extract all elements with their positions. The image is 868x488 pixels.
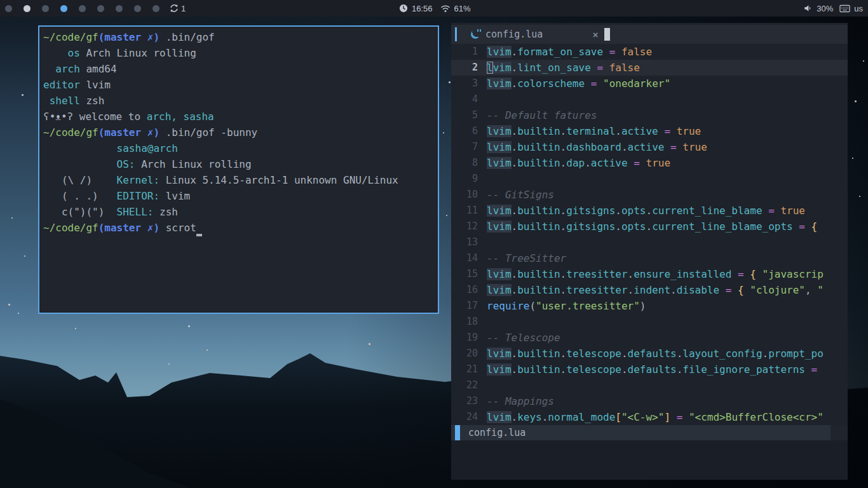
terminal-window[interactable]: ~/code/gf(master ✗) .bin/gof os Arch Lin… xyxy=(38,25,439,314)
clock-wifi-module[interactable]: 16:56 61% xyxy=(399,4,471,13)
code-text xyxy=(487,377,848,393)
code-text: lvim.keys.normal_mode["<C-w>"] = "<cmd>B… xyxy=(487,409,848,425)
code-text: lvim.builtin.dap.active = true xyxy=(487,155,848,171)
workspace-dot-inactive[interactable] xyxy=(42,5,49,12)
star xyxy=(188,325,190,327)
layout-count: 1 xyxy=(181,4,186,13)
wifi-percent: 61% xyxy=(454,4,471,13)
star xyxy=(369,343,370,345)
terminal-line: sasha@arch xyxy=(43,140,434,156)
code-line[interactable]: 9 xyxy=(451,171,848,187)
wifi-icon xyxy=(440,4,451,13)
code-text xyxy=(487,171,848,187)
code-line[interactable]: 20lvim.builtin.telescope.defaults.layout… xyxy=(451,346,848,362)
terminal-line: ʕ•ᴥ•ʔ welcome to arch, sasha xyxy=(43,109,434,125)
star xyxy=(863,60,864,62)
code-line[interactable]: 4 xyxy=(451,92,848,107)
lua-file-icon xyxy=(471,30,480,39)
code-line[interactable]: 5-- Default fatures xyxy=(451,107,848,123)
workspace-dots xyxy=(5,5,159,12)
code-line[interactable]: 8lvim.builtin.dap.active = true xyxy=(451,155,848,171)
terminal-line: OS: Arch Linux rolling xyxy=(43,156,434,172)
code-line[interactable]: 23-- Mappings xyxy=(451,393,848,409)
workspace-dot-inactive[interactable] xyxy=(5,5,12,12)
workspace-dot-occupied[interactable] xyxy=(24,5,31,12)
code-text: lvim.builtin.telescope.defaults.file_ign… xyxy=(487,362,848,377)
terminal-line: os Arch Linux rolling xyxy=(43,45,434,61)
code-line[interactable]: 6lvim.builtin.terminal.active = true xyxy=(451,123,848,139)
star xyxy=(22,94,24,96)
star xyxy=(18,313,19,314)
line-number: 15 xyxy=(451,266,487,282)
code-line[interactable]: 16lvim.builtin.treesitter.indent.disable… xyxy=(451,282,848,298)
code-line[interactable]: 21lvim.builtin.telescope.defaults.file_i… xyxy=(451,362,848,377)
star xyxy=(75,328,76,329)
code-line[interactable]: 7lvim.builtin.dashboard.active = true xyxy=(451,139,848,155)
line-number: 11 xyxy=(451,203,487,219)
line-number: 13 xyxy=(451,234,487,250)
keyboard-layout: us xyxy=(854,4,863,13)
status-bar: 1 16:56 61% 30% us xyxy=(0,0,868,17)
tab-close-icon[interactable]: × xyxy=(592,29,599,41)
code-text: lvim.builtin.dashboard.active = true xyxy=(487,139,848,155)
star xyxy=(449,81,451,83)
line-number: 5 xyxy=(451,107,487,123)
code-line[interactable]: 13 xyxy=(451,234,848,250)
code-line[interactable]: 10-- GitSigns xyxy=(451,187,848,203)
code-text: lvim.builtin.treesitter.indent.disable =… xyxy=(487,282,848,298)
code-line[interactable]: 19-- Telescope xyxy=(451,330,848,346)
sync-icon xyxy=(170,4,179,13)
code-line[interactable]: 14-- TreeSitter xyxy=(451,250,848,266)
terminal-line: ~/code/gf(master ✗) .bin/gof xyxy=(43,29,434,45)
line-number: 1 xyxy=(451,44,487,60)
code-line[interactable]: 11lvim.builtin.gitsigns.opts.current_lin… xyxy=(451,203,848,219)
code-line[interactable]: 24lvim.keys.normal_mode["<C-w>"] = "<cmd… xyxy=(451,409,848,425)
code-line[interactable]: 18 xyxy=(451,314,848,330)
star xyxy=(8,304,10,306)
statusline-mode-block xyxy=(455,425,460,440)
volume-percent: 30% xyxy=(817,4,833,13)
terminal-line: (\ /) Kernel: Linux 5.14.5-arch1-1 unkno… xyxy=(43,172,434,188)
line-number: 10 xyxy=(451,187,487,203)
line-number: 22 xyxy=(451,377,487,393)
volume-keyboard-module[interactable]: 30% us xyxy=(803,4,863,13)
star xyxy=(446,215,447,216)
workspace-dot-inactive[interactable] xyxy=(153,5,159,12)
layout-module[interactable]: 1 xyxy=(170,4,186,13)
workspace-dot-inactive[interactable] xyxy=(79,5,86,12)
code-line[interactable]: 17require("user.treesitter") xyxy=(451,298,848,314)
line-number: 24 xyxy=(451,409,487,425)
code-text xyxy=(487,92,848,107)
star xyxy=(207,349,208,351)
statusline-right-marks: __ xyxy=(831,425,848,440)
statusline[interactable]: config.lua __ xyxy=(451,425,848,440)
line-number: 21 xyxy=(451,362,487,377)
code-line-current[interactable]: 2lvim.lint_on_save = false xyxy=(451,60,848,76)
workspace-dot-focused[interactable] xyxy=(60,5,67,12)
code-text: -- GitSigns xyxy=(487,187,848,203)
volume-icon xyxy=(803,4,813,13)
code-text: -- Telescope xyxy=(487,330,848,346)
code-line[interactable]: 15lvim.builtin.treesitter.ensure_install… xyxy=(451,266,848,282)
line-number: 19 xyxy=(451,330,487,346)
code-line[interactable]: 1lvim.format_on_save = false xyxy=(451,44,848,60)
workspace-dot-inactive[interactable] xyxy=(97,5,104,12)
code-text: lvim.lint_on_save = false xyxy=(487,60,848,76)
code-text: lvim.builtin.gitsigns.opts.current_line_… xyxy=(487,219,848,234)
code-line[interactable]: 12lvim.builtin.gitsigns.opts.current_lin… xyxy=(451,219,848,234)
workspace-dot-inactive[interactable] xyxy=(116,5,123,12)
editor-window[interactable]: config.lua × 1lvim.format_on_save = fals… xyxy=(451,23,848,480)
code-line[interactable]: 22 xyxy=(451,377,848,393)
line-number: 17 xyxy=(451,298,487,314)
star xyxy=(855,100,857,102)
tab-filename[interactable]: config.lua xyxy=(485,29,543,40)
code-text: lvim.builtin.treesitter.ensure_installed… xyxy=(487,266,848,282)
code-text xyxy=(487,314,848,330)
code-line[interactable]: 3lvim.colorscheme = "onedarker" xyxy=(451,76,848,92)
workspace-dot-inactive[interactable] xyxy=(134,5,141,12)
terminal-line: ~/code/gf(master ✗) .bin/gof -bunny xyxy=(43,125,434,140)
line-number: 18 xyxy=(451,314,487,330)
line-number: 14 xyxy=(451,250,487,266)
line-number: 7 xyxy=(451,139,487,155)
line-number: 2 xyxy=(451,60,487,76)
